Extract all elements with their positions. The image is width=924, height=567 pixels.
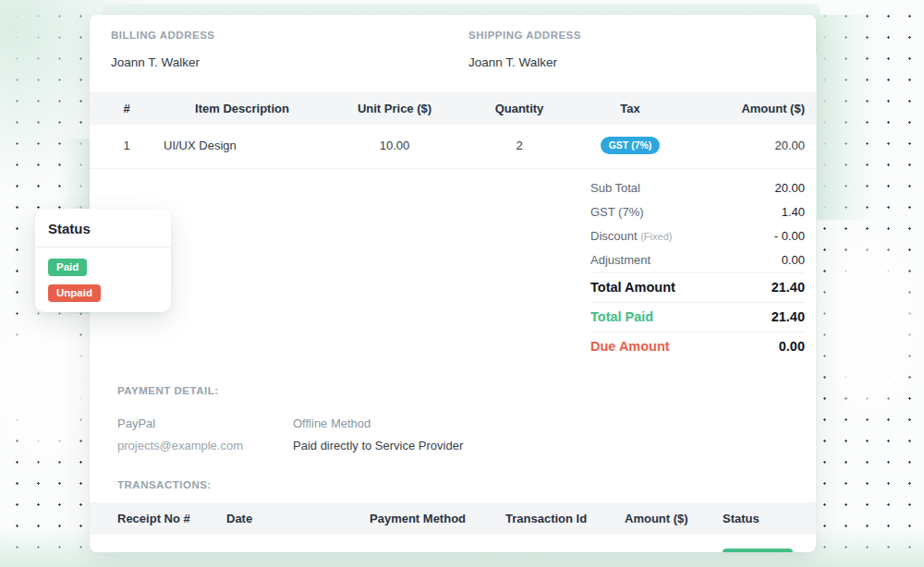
discount-value: - 0.00 [774, 229, 805, 243]
col-header-quantity: Quantity [468, 92, 570, 125]
item-row: 1 UI/UX Design 10.00 2 GST (7%) 20.00 [90, 125, 816, 169]
transactions-section: TRANSACTIONS: Receipt No # Date Payment … [90, 479, 816, 552]
col-header-tax: Tax [570, 92, 690, 125]
adjustment-label: Adjustment [590, 253, 650, 267]
transaction-id [505, 535, 625, 552]
subtotal-label: Sub Total [590, 181, 640, 195]
discount-label: Discount [590, 229, 638, 243]
col-header-description: Item Description [164, 92, 321, 125]
shipping-address-block: SHIPPING ADDRESS Joann T. Walker [468, 30, 581, 69]
transaction-row: PAY-000032 2024-02-07 13:50 PayPal 21.40… [90, 535, 816, 552]
total-paid-label: Total Paid [590, 309, 653, 324]
payment-method-account: projects@example.com [117, 439, 293, 452]
invoice-card: BILLING ADDRESS Joann T. Walker SHIPPING… [90, 15, 816, 552]
due-amount-value: 0.00 [779, 339, 805, 354]
transaction-status-badge: Successful [723, 549, 793, 552]
summary-row-adjustment: Adjustment 0.00 [590, 248, 805, 272]
col-header-transaction-id: Transaction Id [505, 502, 625, 535]
status-filter-card: Status Paid Unpaid [35, 209, 171, 312]
total-amount-value: 21.40 [772, 280, 805, 295]
unpaid-status-badge[interactable]: Unpaid [48, 284, 101, 302]
receipt-number-link[interactable]: PAY-000032 [117, 551, 183, 552]
discount-type-suffix: (Fixed) [640, 231, 672, 242]
offline-method-block: Offline Method Paid directly to Service … [293, 416, 463, 452]
due-amount-label: Due Amount [590, 339, 670, 354]
invoice-summary: Sub Total 20.00 GST (7%) 1.40 Discount (… [590, 176, 805, 361]
items-table-header-row: # Item Description Unit Price ($) Quanti… [90, 92, 816, 125]
summary-row-due-amount: Due Amount 0.00 [590, 332, 805, 361]
offline-method-text: Paid directly to Service Provider [293, 439, 463, 452]
item-tax-cell: GST (7%) [570, 125, 690, 169]
payment-detail-section: PAYMENT DETAIL: PayPal projects@example.… [90, 361, 816, 452]
shipping-address-name: Joann T. Walker [468, 55, 581, 69]
total-amount-label: Total Amount [590, 280, 675, 295]
summary-row-discount: Discount (Fixed) - 0.00 [590, 224, 805, 248]
billing-address-label: BILLING ADDRESS [111, 30, 468, 41]
transactions-header-row: Receipt No # Date Payment Method Transac… [90, 502, 816, 535]
adjustment-value: 0.00 [782, 253, 805, 267]
payment-method-block: PayPal projects@example.com [117, 416, 293, 452]
gst-tax-badge: GST (7%) [601, 137, 661, 154]
col-header-date: Date [226, 502, 370, 535]
gst-label: GST (7%) [590, 205, 644, 219]
payment-detail-label: PAYMENT DETAIL: [117, 385, 816, 396]
summary-row-gst: GST (7%) 1.40 [590, 200, 805, 224]
transaction-status-cell: Successful [723, 535, 816, 552]
col-header-payment-method: Payment Method [370, 502, 505, 535]
status-card-title: Status [35, 209, 171, 247]
transactions-table: Receipt No # Date Payment Method Transac… [90, 502, 816, 552]
summary-row-total-amount: Total Amount 21.40 [590, 272, 805, 302]
addresses-section: BILLING ADDRESS Joann T. Walker SHIPPING… [90, 15, 816, 69]
gst-value: 1.40 [782, 205, 805, 219]
subtotal-value: 20.00 [774, 181, 805, 195]
shipping-address-label: SHIPPING ADDRESS [468, 30, 581, 41]
billing-address-name: Joann T. Walker [111, 55, 468, 69]
item-description: UI/UX Design [164, 125, 321, 169]
summary-row-subtotal: Sub Total 20.00 [590, 176, 805, 200]
summary-row-total-paid: Total Paid 21.40 [590, 302, 805, 332]
col-header-tx-amount: Amount ($) [625, 502, 723, 535]
col-header-status: Status [723, 502, 816, 535]
col-header-number: # [90, 92, 164, 125]
total-paid-value: 21.40 [772, 309, 805, 324]
col-header-receipt-no: Receipt No # [90, 502, 226, 535]
item-number: 1 [90, 125, 164, 169]
paid-status-badge[interactable]: Paid [48, 259, 87, 276]
transaction-amount: 21.40 [625, 535, 723, 552]
transactions-label: TRANSACTIONS: [90, 479, 816, 490]
payment-method-name: PayPal [117, 416, 293, 430]
transaction-payment-method: PayPal [370, 535, 505, 552]
col-header-amount: Amount ($) [690, 92, 816, 125]
col-header-unit-price: Unit Price ($) [321, 92, 468, 125]
offline-method-label: Offline Method [293, 416, 463, 430]
transaction-date: 2024-02-07 13:50 [226, 535, 370, 552]
item-quantity: 2 [468, 125, 570, 169]
item-amount: 20.00 [690, 125, 816, 169]
billing-address-block: BILLING ADDRESS Joann T. Walker [111, 30, 468, 69]
item-unit-price: 10.00 [321, 125, 468, 169]
items-table: # Item Description Unit Price ($) Quanti… [90, 92, 816, 169]
